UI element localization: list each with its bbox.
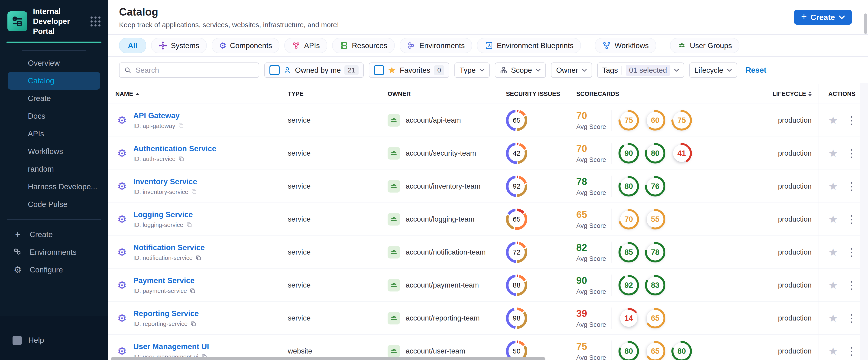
scorecard-ring[interactable]: 80 [671,340,692,360]
kebab-menu-button[interactable]: ⋮ [846,213,857,226]
type-dropdown[interactable]: Type [455,62,490,78]
entity-name-link[interactable]: User Management UI [133,342,209,351]
sidebar-item-overview[interactable]: Overview [8,54,100,72]
column-header-name[interactable]: NAME [108,84,284,103]
tab-workflows[interactable]: Workflows [595,38,656,53]
kebab-menu-button[interactable]: ⋮ [846,114,857,127]
tab-all[interactable]: All [119,38,146,53]
scorecard-ring[interactable]: 65 [645,307,666,329]
entity-name-link[interactable]: API Gateway [133,111,184,120]
copy-icon[interactable] [190,321,196,327]
owner-group-icon [388,213,400,226]
favorite-star-button[interactable]: ★ [828,246,838,259]
kebab-menu-button[interactable]: ⋮ [846,279,857,292]
scorecard-ring[interactable]: 14 [618,307,640,329]
favorites-checkbox[interactable] [374,65,384,75]
scorecard-ring[interactable]: 78 [645,242,666,263]
sidebar-item-apis[interactable]: APIs [8,125,100,143]
favorite-star-button[interactable]: ★ [828,180,838,192]
entity-name-link[interactable]: Reporting Service [133,309,199,318]
tab-apis[interactable]: APIs [284,38,327,53]
sidebar-item-catalog[interactable]: Catalog [8,72,100,90]
scorecard-ring[interactable]: 80 [645,143,666,164]
kebab-menu-button[interactable]: ⋮ [846,312,857,325]
favorite-star-button[interactable]: ★ [828,312,838,325]
entity-name-link[interactable]: Payment Service [133,276,196,285]
entity-name-link[interactable]: Logging Service [133,210,193,219]
favorite-star-button[interactable]: ★ [828,213,838,226]
kebab-menu-button[interactable]: ⋮ [846,246,857,259]
favorite-star-button[interactable]: ★ [828,279,838,292]
sidebar-bottom-item-configure[interactable]: ⚙Configure [0,261,108,279]
scorecard-ring[interactable]: 60 [645,110,666,131]
copy-icon[interactable] [195,255,202,261]
horizontal-scrollbar[interactable] [111,357,546,360]
scorecard-ring[interactable]: 75 [618,110,640,131]
search-box[interactable] [119,62,259,78]
scorecard-ring[interactable]: 90 [618,143,640,164]
divider [612,274,612,296]
sidebar-item-harness-develope[interactable]: Harness Develope... [8,178,100,196]
scorecard-ring[interactable]: 76 [645,176,666,197]
systems-icon [158,41,167,50]
owner-dropdown[interactable]: Owner [551,62,592,78]
tab-environments[interactable]: Environments [400,38,472,53]
sidebar-item-workflows[interactable]: Workflows [8,143,100,160]
tab-user-groups[interactable]: User Groups [670,38,739,53]
favorite-star-button[interactable]: ★ [828,114,838,127]
tab-environment-blueprints[interactable]: Environment Blueprints [477,38,581,53]
scorecard-ring[interactable]: 92 [618,274,640,296]
scorecard-ring[interactable]: 70 [618,209,640,230]
scorecard-ring[interactable]: 80 [618,340,640,360]
kebab-menu-button[interactable]: ⋮ [846,147,857,159]
copy-icon[interactable] [191,189,197,195]
favorites-filter[interactable]: ★ Favorites 0 [369,62,450,78]
help-label[interactable]: Help [28,336,44,345]
entity-name-link[interactable]: Notification Service [133,243,205,252]
avg-score: 39 Avg Score [576,308,612,328]
tags-dropdown[interactable]: Tags 01 selected [597,62,684,78]
tab-resources[interactable]: Resources [332,38,395,53]
column-header-security: SECURITY ISSUES [496,84,562,103]
kebab-menu-button[interactable]: ⋮ [846,180,857,192]
copy-icon[interactable] [178,156,184,162]
copy-icon[interactable] [186,222,192,228]
lifecycle-value: production [778,149,812,157]
tab-systems[interactable]: Systems [151,38,207,53]
lifecycle-dropdown[interactable]: Lifecycle [689,62,737,78]
sidebar-bottom-item-environments[interactable]: Environments [0,243,108,261]
tab-components[interactable]: ⚙Components [212,38,280,53]
owned-by-me-checkbox[interactable] [270,65,280,75]
sidebar-item-random[interactable]: random [8,160,100,178]
favorite-star-button[interactable]: ★ [828,147,838,159]
favorite-star-button[interactable]: ★ [828,345,838,357]
app-switcher-icon[interactable] [91,17,100,27]
entity-name-link[interactable]: Inventory Service [133,177,197,186]
sidebar-bottom-item-create[interactable]: +Create [0,226,108,243]
tab-divider [663,36,663,55]
sidebar-item-create[interactable]: Create [8,90,100,107]
scorecard-ring[interactable]: 75 [671,110,692,131]
scope-dropdown[interactable]: Scope [495,62,546,78]
owned-by-me-filter[interactable]: Owned by me 21 [265,62,364,78]
scorecard-ring[interactable]: 80 [618,176,640,197]
scorecard-ring[interactable]: 85 [618,242,640,263]
divider [612,176,612,197]
copy-icon[interactable] [178,123,184,129]
entity-type: website [288,347,312,355]
scorecard-ring[interactable]: 83 [645,274,666,296]
copy-icon[interactable] [190,288,196,294]
vertical-scrollbar[interactable] [864,13,867,34]
reset-filters-link[interactable]: Reset [745,66,766,74]
owner-group-icon [388,345,400,357]
kebab-menu-button[interactable]: ⋮ [846,345,857,357]
entity-name-link[interactable]: Authentication Service [133,144,216,153]
scorecard-ring[interactable]: 41 [671,143,692,164]
sidebar-item-docs[interactable]: Docs [8,107,100,125]
column-header-lifecycle[interactable]: LIFECYCLE [710,84,819,103]
scorecard-ring[interactable]: 65 [645,340,666,360]
sidebar-item-code-pulse[interactable]: Code Pulse [8,196,100,213]
scorecard-ring[interactable]: 55 [645,209,666,230]
create-button[interactable]: + Create [794,10,852,25]
search-input[interactable] [135,66,254,75]
